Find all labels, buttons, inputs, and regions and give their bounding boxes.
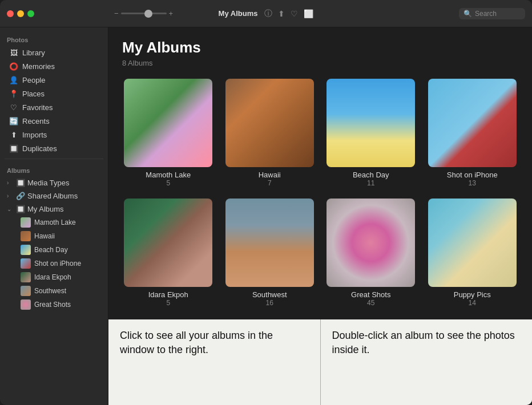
zoom-slider-track[interactable] bbox=[121, 13, 167, 14]
sidebar: Photos 🖼 Library ⭕ Memories 👤 People 📍 P… bbox=[0, 27, 108, 405]
traffic-lights bbox=[7, 10, 34, 17]
album-name: Shot on iPhone bbox=[447, 171, 498, 179]
sidebar-item-favorites[interactable]: ♡ Favorites bbox=[2, 100, 106, 114]
sidebar-item-memories[interactable]: ⭕ Memories bbox=[2, 59, 106, 73]
sidebar-sub-mamoth-lake[interactable]: Mamoth Lake bbox=[2, 216, 106, 229]
album-name: Great Shots bbox=[351, 290, 390, 299]
album-thumbnail-hawaii bbox=[225, 79, 314, 167]
page-title: My Albums bbox=[122, 39, 518, 56]
duplicates-icon: 🔲 bbox=[9, 144, 18, 153]
imports-icon: ⬆ bbox=[9, 130, 18, 139]
album-item-idara-ekpoh[interactable]: Idara Ekpoh 5 bbox=[122, 199, 215, 307]
sidebar-group-label: My Albums bbox=[27, 205, 64, 213]
titlebar-center: My Albums ⓘ ⬆ ♡ ⬜ bbox=[219, 9, 314, 19]
album-item-great-shots[interactable]: Great Shots 45 bbox=[325, 199, 417, 307]
sidebar-item-label: People bbox=[22, 76, 45, 84]
zoom-in-button[interactable]: + bbox=[169, 9, 174, 18]
album-thumb-mini bbox=[21, 231, 31, 241]
sidebar-item-label: Imports bbox=[22, 131, 47, 139]
people-icon: 👤 bbox=[9, 75, 18, 84]
albums-grid: Mamoth Lake 5 Hawaii 7 Beach Day 11 bbox=[122, 79, 518, 307]
sidebar-item-duplicates[interactable]: 🔲 Duplicates bbox=[2, 141, 106, 155]
album-thumbnail-mamoth-lake bbox=[124, 79, 212, 167]
album-item-hawaii[interactable]: Hawaii 7 bbox=[224, 79, 316, 187]
album-name: Idara Ekpoh bbox=[148, 290, 188, 299]
sidebar-item-label: Library bbox=[22, 48, 45, 57]
album-item-beach-day[interactable]: Beach Day 11 bbox=[325, 79, 417, 187]
sidebar-sub-southwest[interactable]: Southwest bbox=[2, 284, 106, 298]
share-icon[interactable]: ⬆ bbox=[278, 9, 285, 18]
album-count: 5 bbox=[166, 299, 170, 307]
sidebar-item-label: Places bbox=[22, 90, 45, 98]
search-box[interactable]: 🔍 Search bbox=[459, 8, 525, 19]
sidebar-sub-shot-on-iphone[interactable]: Shot on iPhone bbox=[2, 257, 106, 270]
search-input[interactable]: Search bbox=[475, 10, 521, 18]
sidebar-sub-great-shots[interactable]: Great Shots bbox=[2, 298, 106, 311]
album-thumb-mini bbox=[21, 272, 31, 282]
sidebar-item-label: Favorites bbox=[22, 103, 53, 112]
album-name: Mamoth Lake bbox=[146, 171, 191, 179]
minimize-button[interactable] bbox=[17, 10, 24, 17]
album-name: Hawaii bbox=[259, 171, 281, 179]
zoom-out-button[interactable]: − bbox=[114, 9, 119, 18]
album-thumb-mini bbox=[21, 299, 31, 310]
maximize-button[interactable] bbox=[27, 10, 34, 17]
album-count: 5 bbox=[166, 179, 170, 187]
shared-albums-icon: 🔗 bbox=[16, 192, 25, 200]
album-thumb-mini bbox=[21, 286, 31, 296]
photos-section-label: Photos bbox=[0, 32, 108, 46]
close-button[interactable] bbox=[7, 10, 14, 17]
album-thumbnail-southwest bbox=[225, 199, 314, 287]
sidebar-sub-beach-day[interactable]: Beach Day bbox=[2, 243, 106, 257]
sidebar-sub-idara-ekpoh[interactable]: Idara Ekpoh bbox=[2, 270, 106, 284]
crop-icon[interactable]: ⬜ bbox=[304, 9, 313, 18]
album-thumbnail-shot-on-iphone bbox=[428, 79, 517, 167]
sidebar-item-library[interactable]: 🖼 Library bbox=[2, 46, 106, 59]
memories-icon: ⭕ bbox=[9, 62, 18, 71]
albums-count: 8 Albums bbox=[122, 59, 518, 67]
album-thumbnail-puppy-pics bbox=[428, 199, 517, 287]
album-thumb-mini bbox=[21, 245, 31, 255]
sidebar-sub-label: Idara Ekpoh bbox=[34, 273, 71, 281]
sidebar-sub-label: Shot on iPhone bbox=[34, 260, 81, 268]
album-thumbnail-beach-day bbox=[327, 79, 415, 167]
album-item-puppy-pics[interactable]: Puppy Pics 14 bbox=[426, 199, 519, 307]
sidebar-sub-hawaii[interactable]: Hawaii bbox=[2, 229, 106, 243]
sidebar-group-my-albums[interactable]: 🔲 My Albums bbox=[2, 202, 106, 216]
sidebar-sub-label: Great Shots bbox=[34, 301, 71, 309]
album-name: Beach Day bbox=[353, 171, 389, 179]
info-icon[interactable]: ⓘ bbox=[264, 9, 272, 19]
album-item-shot-on-iphone[interactable]: Shot on iPhone 13 bbox=[426, 79, 519, 187]
recents-icon: 🔄 bbox=[9, 116, 18, 125]
album-count: 11 bbox=[367, 179, 374, 187]
favorite-icon[interactable]: ♡ bbox=[291, 9, 298, 18]
albums-section-label: Albums bbox=[0, 163, 108, 176]
sidebar-item-places[interactable]: 📍 Places bbox=[2, 87, 106, 100]
album-thumb-mini bbox=[21, 217, 31, 228]
sidebar-group-label: Shared Albums bbox=[27, 192, 78, 200]
sidebar-item-recents[interactable]: 🔄 Recents bbox=[2, 114, 106, 128]
album-thumb-mini bbox=[21, 258, 31, 269]
titlebar-icons: ⓘ ⬆ ♡ ⬜ bbox=[264, 9, 313, 19]
sidebar-divider bbox=[5, 159, 103, 159]
chevron-right-icon bbox=[7, 180, 14, 186]
album-item-mamoth-lake[interactable]: Mamoth Lake 5 bbox=[122, 79, 215, 187]
main-layout: Photos 🖼 Library ⭕ Memories 👤 People 📍 P… bbox=[0, 27, 532, 405]
sidebar-sub-label: Mamoth Lake bbox=[34, 218, 76, 226]
zoom-slider-thumb[interactable] bbox=[144, 10, 152, 18]
sidebar-group-shared-albums[interactable]: 🔗 Shared Albums bbox=[2, 189, 106, 202]
album-item-southwest[interactable]: Southwest 16 bbox=[224, 199, 316, 307]
sidebar-item-people[interactable]: 👤 People bbox=[2, 73, 106, 87]
sidebar-item-label: Duplicates bbox=[22, 144, 57, 153]
album-name: Puppy Pics bbox=[454, 290, 491, 299]
album-count: 14 bbox=[469, 299, 476, 307]
album-count: 45 bbox=[367, 299, 374, 307]
sidebar-item-imports[interactable]: ⬆ Imports bbox=[2, 128, 106, 141]
library-icon: 🖼 bbox=[9, 48, 18, 57]
sidebar-group-label: Media Types bbox=[27, 179, 69, 187]
sidebar-sub-label: Beach Day bbox=[34, 246, 68, 254]
content-and-callout: My Albums 8 Albums Mamoth Lake 5 Hawaii … bbox=[108, 27, 532, 405]
zoom-slider-area: − + bbox=[114, 9, 173, 18]
album-name: Southwest bbox=[252, 290, 287, 299]
sidebar-group-media-types[interactable]: 🔲 Media Types bbox=[2, 176, 106, 189]
